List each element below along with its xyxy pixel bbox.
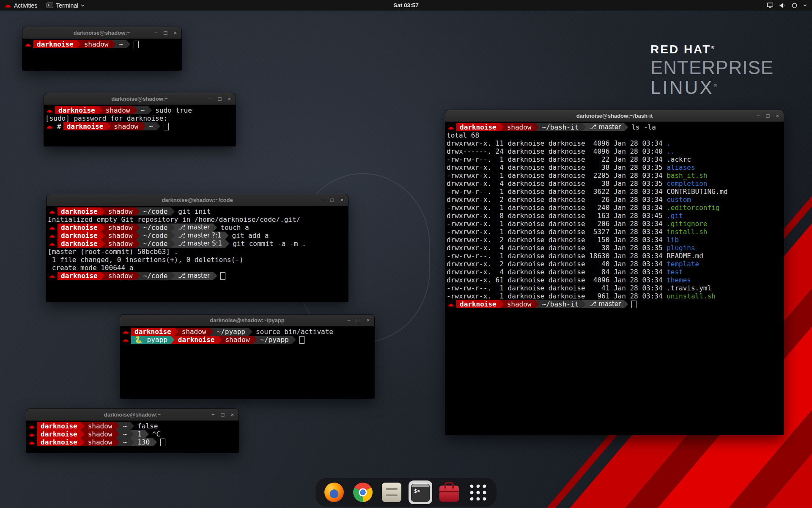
prompt-segment-git: ⎇ master <box>586 123 624 131</box>
output-text: drwxrwxr-x. 2 darknoise darknoise 150 Ja… <box>447 236 667 244</box>
fedora-icon <box>48 240 58 248</box>
powerline-separator-icon <box>171 240 175 248</box>
powerline-separator-icon <box>292 336 296 344</box>
window-title: darknoise@shadow:~/pyapp <box>210 317 284 323</box>
terminal-line: -rwxrwxr-x. 1 darknoise darknoise 206 Ja… <box>447 220 782 228</box>
fedora-icon <box>48 224 58 232</box>
fedora-icon <box>48 272 58 280</box>
terminal-line: -rw-rw-r--. 1 darknoise darknoise 3622 J… <box>447 188 782 196</box>
powerline-separator-icon <box>171 336 175 344</box>
prompt-segment-host: shadow <box>504 123 535 131</box>
terminal-window[interactable]: darknoise@shadow:~−□×darknoiseshadow~sud… <box>44 93 236 146</box>
minimize-button[interactable]: − <box>757 113 760 119</box>
dock-item-files[interactable] <box>380 480 403 504</box>
dock-item-chrome[interactable] <box>351 480 375 504</box>
powerline-separator-icon <box>253 336 257 344</box>
minimize-button[interactable]: − <box>208 96 212 102</box>
close-button[interactable]: × <box>228 96 231 102</box>
prompt-segment-host: shadow <box>85 438 116 446</box>
dock-item-terminal[interactable]: $> <box>409 480 432 504</box>
terminal-line: darknoiseshadow~/bash-it⎇ master <box>447 300 782 308</box>
directory-name: . <box>667 139 671 147</box>
maximize-button[interactable]: □ <box>164 30 167 36</box>
close-button[interactable]: × <box>340 197 343 203</box>
window-titlebar[interactable]: darknoise@shadow:~/code−□× <box>47 194 348 206</box>
command-text: ls -la <box>628 123 656 131</box>
terminal-window[interactable]: darknoise@shadow:~−□×darknoiseshadow~fal… <box>26 409 239 453</box>
maximize-button[interactable]: □ <box>331 197 334 203</box>
terminal-content[interactable]: darknoiseshadow~/codegit initInitialized… <box>47 206 348 302</box>
dock: $> <box>315 478 497 507</box>
powerline-separator-icon <box>101 240 105 248</box>
close-button[interactable]: × <box>776 113 779 119</box>
prompt-segment-venv: 🐍 pyapp <box>131 336 171 344</box>
output-text: [master (root-commit) 50bcb63] . <box>48 248 178 256</box>
maximize-button[interactable]: □ <box>357 318 360 323</box>
terminal-line: 🐍 pyappdarknoiseshadow~/pyapp <box>121 336 373 344</box>
powerline-separator-icon <box>148 106 152 114</box>
prompt-segment-user: darknoise <box>63 122 107 130</box>
prompt-segment-git: ⎇ master <box>175 272 213 280</box>
dock-item-toolbox[interactable] <box>437 480 461 504</box>
maximize-button[interactable]: □ <box>221 412 225 417</box>
window-titlebar[interactable]: darknoise@shadow:~−□× <box>22 27 181 39</box>
dock-item-firefox[interactable] <box>322 480 346 504</box>
output-text: -rwxrwxr-x. 1 darknoise darknoise 961 Ja… <box>447 292 667 300</box>
window-titlebar[interactable]: darknoise@shadow:~/bash-it−□× <box>445 110 784 122</box>
terminal-line: drwx------. 24 darknoise darknoise 4096 … <box>447 147 782 155</box>
minimize-button[interactable]: − <box>321 197 324 203</box>
terminal-window[interactable]: darknoise@shadow:~/pyapp−□×darknoiseshad… <box>120 315 374 398</box>
powerline-separator-icon <box>81 422 85 430</box>
fedora-icon <box>27 430 37 438</box>
powerline-separator-icon <box>116 422 120 430</box>
prompt-segment-host: shadow <box>105 232 136 240</box>
prompt-segment-user: darknoise <box>58 207 101 215</box>
terminal-content[interactable]: darknoiseshadow~falsedarknoiseshadow~1^C… <box>26 421 239 453</box>
display-icon <box>767 2 774 8</box>
command-text: touch a <box>217 224 249 232</box>
app-menu-terminal[interactable]: Terminal <box>42 0 89 11</box>
app-grid-icon <box>469 483 488 502</box>
close-button[interactable]: × <box>230 412 234 417</box>
terminal-line: darknoiseshadow~/code⎇ master <box>48 272 347 280</box>
prompt-segment-git: ⎇ master <box>175 224 213 232</box>
output-text: drwxrwxr-x. 8 darknoise darknoise 163 Ja… <box>447 212 667 220</box>
powerline-separator-icon <box>136 232 140 240</box>
window-titlebar[interactable]: darknoise@shadow:~−□× <box>26 409 239 421</box>
clock[interactable]: Sat 03:57 <box>393 2 418 8</box>
powerline-separator-icon <box>101 224 105 232</box>
output-text: create mode 100644 a <box>48 264 133 272</box>
prompt-segment-host: shadow <box>85 430 116 438</box>
prompt-segment-path: ~/pyapp <box>214 328 249 336</box>
powerline-separator-icon <box>218 336 222 344</box>
window-titlebar[interactable]: darknoise@shadow:~−□× <box>44 93 236 105</box>
window-titlebar[interactable]: darknoise@shadow:~/pyapp−□× <box>120 315 374 326</box>
terminal-content[interactable]: darknoiseshadow~ <box>22 39 181 70</box>
output-text: drwxrwxr-x. 2 darknoise darknoise 40 Jan… <box>447 260 667 268</box>
terminal-window[interactable]: darknoise@shadow:~/code−□×darknoiseshado… <box>47 194 348 302</box>
activities-button[interactable]: Activities <box>0 0 42 11</box>
minimize-button[interactable]: − <box>211 412 215 417</box>
maximize-button[interactable]: □ <box>766 113 770 119</box>
terminal-window[interactable]: darknoise@shadow:~/bash-it−□×darknoisesh… <box>445 110 784 435</box>
prompt-segment-host: shadow <box>105 207 136 215</box>
close-button[interactable]: × <box>173 30 177 36</box>
terminal-content[interactable]: darknoiseshadow~/bash-it⎇ masterls -lato… <box>445 122 784 435</box>
minimize-button[interactable]: − <box>154 30 158 36</box>
fedora-icon <box>48 232 58 240</box>
maximize-button[interactable]: □ <box>218 96 222 102</box>
powerline-separator-icon <box>116 430 120 438</box>
directory-name: test <box>667 268 683 276</box>
prompt-segment-user: darknoise <box>37 430 81 438</box>
terminal-content[interactable]: darknoiseshadow~sudo true[sudo] password… <box>44 105 236 146</box>
terminal-window[interactable]: darknoise@shadow:~−□×darknoiseshadow~ <box>22 27 181 70</box>
directory-name: template <box>667 260 699 268</box>
close-button[interactable]: × <box>366 318 370 323</box>
terminal-line: darknoiseshadow~/code⎇ mastertouch a <box>48 224 347 232</box>
status-area[interactable] <box>767 0 812 11</box>
terminal-content[interactable]: darknoiseshadow~/pyappsource bin/activat… <box>120 326 374 398</box>
powerline-separator-icon <box>134 106 137 114</box>
minimize-button[interactable]: − <box>347 318 351 323</box>
terminal-line: darknoiseshadow~ <box>24 40 180 48</box>
dock-item-app-grid[interactable] <box>466 480 490 504</box>
